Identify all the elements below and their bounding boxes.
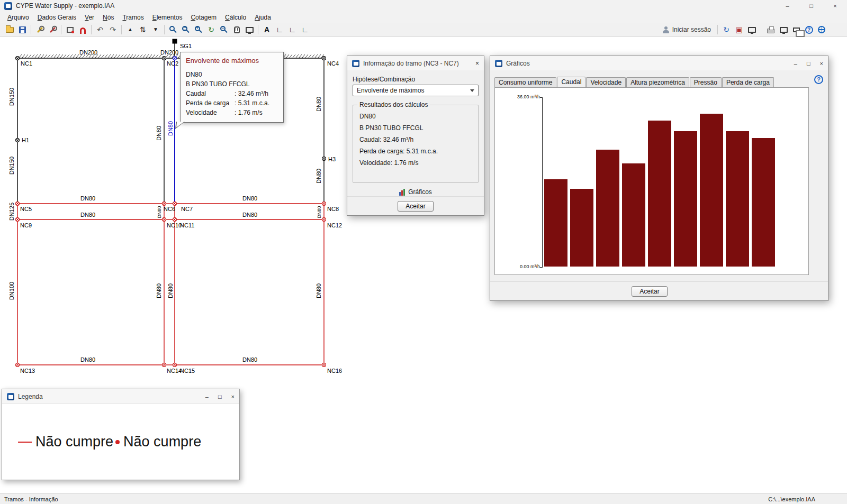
toolbar: ↶↷▲⇅▼↻A∟∟∟ Iniciar sessão ↻▣? (0, 23, 847, 37)
snap-settings-button[interactable] (64, 24, 76, 36)
tab-velocidade[interactable]: Velocidade (586, 77, 626, 87)
pipe-hatch-tick (293, 54, 295, 58)
graphs-dialog-titlebar[interactable]: Gráficos – □ × (490, 56, 828, 70)
minimize-button[interactable]: – (776, 0, 799, 12)
graficos-link[interactable]: Gráficos (353, 188, 479, 196)
remote-desktop-button[interactable] (745, 24, 758, 36)
zoom-in-button[interactable] (192, 24, 205, 36)
open-file-button[interactable] (3, 24, 16, 36)
zoom-out-button[interactable] (218, 24, 230, 36)
sync-button[interactable]: ↻ (720, 24, 733, 36)
dimension-edit-button[interactable]: ∟ (299, 24, 311, 36)
window-titlebar[interactable]: CYPE Water Supply - exemplo.IAA – □ × (0, 0, 847, 12)
menu-item-arquivo[interactable]: Arquivo (3, 13, 33, 22)
edit-cut-button[interactable] (33, 24, 46, 36)
info-dialog: Informação do tramo (NC3 - NC7) × Hipóte… (347, 56, 484, 216)
move-down-button[interactable]: ▼ (149, 24, 162, 36)
pipe-hatch-tick (296, 54, 299, 58)
menu-item-elementos[interactable]: Elementos (148, 13, 187, 22)
result-line: DN80 (359, 113, 472, 120)
node-nc4[interactable]: NC4 (322, 57, 339, 67)
display-button[interactable] (777, 24, 790, 36)
menu-item-dados-gerais[interactable]: Dados Gerais (33, 13, 80, 22)
legend-titlebar[interactable]: Legenda – □ × (2, 389, 239, 404)
zoom-previous-button[interactable] (167, 24, 179, 36)
pipe-hatch-tick (44, 54, 47, 58)
legend-minimize-button[interactable]: – (205, 393, 209, 400)
maximize-button[interactable]: □ (799, 0, 823, 12)
pipe-hatch-tick (127, 54, 130, 58)
print-icon (767, 29, 774, 33)
dual-display-button[interactable] (790, 24, 803, 36)
help-icon[interactable]: ? (814, 75, 823, 84)
graphs-dialog: Gráficos – □ × ? Consumo uniformeCaudalV… (490, 56, 828, 301)
info-dialog-titlebar[interactable]: Informação do tramo (NC3 - NC7) × (347, 56, 484, 70)
status-bar: Tramos - Informação C:\...\exemplo.IAA (0, 493, 847, 504)
tab-press-o[interactable]: Pressão (690, 77, 722, 87)
pipe-hatch-tick (60, 54, 63, 58)
hypothesis-select[interactable]: Envolvente de máximos (353, 85, 479, 96)
node-nc3[interactable] (173, 57, 177, 60)
node-sg1[interactable]: SG1 (173, 39, 192, 50)
text-tool-button[interactable]: A (260, 24, 273, 36)
dimension-linear-button[interactable]: ∟ (286, 24, 299, 36)
graphs-tabs: Consumo uniformeCaudalVelocidadeAltura p… (494, 77, 809, 87)
menu-item-ver[interactable]: Ver (80, 13, 98, 22)
hypothesis-label: Hipótese/Combinação (353, 76, 479, 83)
save-button[interactable] (16, 24, 29, 36)
pipe-label: DN150 (8, 88, 15, 106)
pipe-hatch-tick (309, 54, 311, 58)
toolbar-right: Iniciar sessão ↻▣? (659, 24, 844, 36)
zoom-window-button[interactable] (179, 24, 192, 36)
full-screen-button[interactable] (243, 24, 256, 36)
menu-item-cotagem[interactable]: Cotagem (186, 13, 221, 22)
info-aceitar-button[interactable]: Aceitar (398, 201, 433, 212)
chart-bar (752, 138, 775, 267)
tab-perda-de-carga[interactable]: Perda de carga (722, 77, 774, 87)
help-button[interactable]: ? (803, 24, 815, 36)
node-nc16[interactable]: NC16 (322, 363, 343, 374)
move-up-button[interactable]: ▲ (124, 24, 137, 36)
pipe-hatch-tick (41, 54, 44, 58)
tab-caudal[interactable]: Caudal (557, 77, 585, 87)
legend-line-icon (18, 442, 32, 443)
legend-close-button[interactable]: × (231, 393, 235, 400)
menu-item-c-lculo[interactable]: Cálculo (221, 13, 250, 22)
undo-button[interactable]: ↶ (94, 24, 106, 36)
pipe-hatch-tick (302, 54, 305, 58)
redraw-button[interactable]: ↻ (205, 24, 218, 36)
redo-button[interactable]: ↷ (106, 24, 119, 36)
legend-maximize-button[interactable]: □ (218, 393, 222, 400)
close-button[interactable]: × (823, 0, 847, 12)
graphs-close-button[interactable]: × (820, 60, 823, 67)
print-button[interactable] (764, 24, 777, 36)
pan-button[interactable] (230, 24, 243, 36)
tab-altura-piezom-trica[interactable]: Altura piezométrica (626, 77, 689, 87)
web-button[interactable] (815, 24, 828, 36)
menu-item-ajuda[interactable]: Ajuda (250, 13, 275, 22)
info-dialog-close-button[interactable]: × (475, 60, 479, 67)
edit-snap-button[interactable] (46, 24, 59, 36)
pipe-hatch-tick (121, 54, 123, 58)
pipe-hatch-tick (133, 54, 136, 58)
redo-icon: ↷ (110, 26, 116, 33)
node-label: NC13 (20, 368, 35, 374)
tab-consumo-uniforme[interactable]: Consumo uniforme (494, 77, 556, 87)
menu-item-n-s[interactable]: Nós (98, 13, 118, 22)
license-button[interactable]: ▣ (733, 24, 745, 36)
legend-controls: – □ × (205, 393, 235, 400)
toolbar-separator (717, 25, 718, 34)
graphs-maximize-button[interactable]: □ (807, 60, 810, 67)
pipe-hatch-tick (32, 54, 34, 58)
snap-magnet-button[interactable] (76, 24, 89, 36)
node-nc8[interactable]: NC8 (322, 202, 339, 212)
graphs-aceitar-button[interactable]: Aceitar (632, 286, 667, 297)
login-button[interactable]: Iniciar sessão (659, 26, 715, 33)
pipe-label: DN80 (80, 212, 95, 218)
graphs-minimize-button[interactable]: – (794, 60, 797, 67)
menu-item-tramos[interactable]: Tramos (118, 13, 148, 22)
pipe-hatch-tick (140, 54, 142, 58)
layers-button[interactable]: ⇅ (137, 24, 149, 36)
dimension-tool-button[interactable]: ∟ (273, 24, 286, 36)
node-nc12[interactable]: NC12 (322, 218, 343, 228)
